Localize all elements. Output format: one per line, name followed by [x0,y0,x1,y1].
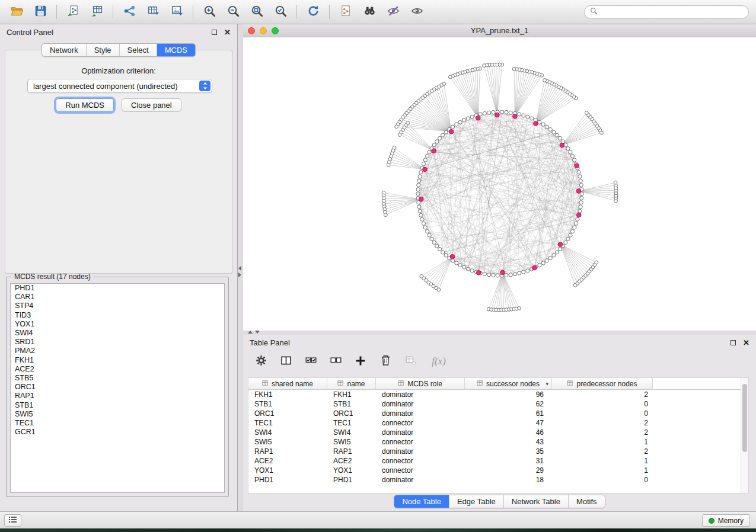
column-header-successor-nodes[interactable]: successor nodes▾ [465,378,552,390]
column-button[interactable] [277,353,294,370]
zoom-selected-button[interactable] [271,3,290,21]
search-box[interactable] [584,5,749,19]
delete-button[interactable] [377,353,394,370]
table-row[interactable]: SWI5SWI5connector431 [248,437,748,447]
table-row[interactable]: ORC1ORC1dominator610 [248,409,748,418]
table-row[interactable]: PHD1PHD1dominator180 [248,475,748,485]
window-minimize-button[interactable] [260,27,267,34]
mcds-result-item[interactable]: STP4 [11,302,224,310]
export-image-button[interactable] [167,3,186,21]
show-all-button[interactable] [407,3,426,21]
folder-open-button[interactable] [7,3,26,21]
zoom-out-button[interactable] [224,3,243,21]
close-panel-button[interactable]: Close panel [122,98,181,112]
network-nodes[interactable] [382,63,618,312]
memory-button[interactable]: Memory [702,514,750,527]
mcds-result-item[interactable]: GCR1 [11,428,224,437]
add-button[interactable] [352,353,369,370]
table-tab-motifs[interactable]: Motifs [568,495,605,508]
fit-content-button[interactable] [247,3,266,21]
run-mcds-button[interactable]: Run MCDS [56,98,114,112]
cell-role: connector [376,457,465,465]
tab-mcds[interactable]: MCDS [157,44,195,56]
table-row[interactable]: ACE2ACE2connector311 [248,456,748,466]
mcds-result-item[interactable]: SWI4 [11,329,224,338]
close-table-panel-icon[interactable]: ✕ [743,339,749,347]
table-tab-node-table[interactable]: Node Table [394,495,449,508]
mcds-result-item[interactable]: TID3 [11,311,224,320]
collapse-down-icon[interactable] [255,331,260,334]
save-button[interactable] [31,3,50,21]
mcds-result-item[interactable]: STB5 [11,374,224,383]
table-tab-edge-table[interactable]: Edge Table [449,495,503,508]
import-table-icon [90,4,104,20]
mcds-result-item[interactable]: SRD1 [11,338,224,347]
import-table-button[interactable] [87,3,106,21]
fit-content-icon [250,4,264,20]
table-tab-network-table[interactable]: Network Table [503,495,568,508]
network-view-canvas[interactable] [243,37,756,331]
mcds-result-item[interactable]: CAR1 [11,293,224,302]
column-label: predecessor nodes [576,380,637,388]
mcds-result-item[interactable]: FKH1 [11,356,224,365]
mcds-result-item[interactable]: PHD1 [11,284,224,293]
window-close-button[interactable] [248,27,255,34]
new-network-button[interactable] [120,3,139,21]
mcds-result-list[interactable]: PHD1CAR1STP4TID3YOX1SWI4SRD1PMA2FKH1ACE2… [10,283,225,493]
hide-selected-button[interactable] [384,3,403,21]
mcds-result-group: MCDS result (17 nodes) PHD1CAR1STP4TID3Y… [6,277,229,497]
mcds-result-item[interactable]: SWI5 [11,410,224,419]
criterion-dropdown[interactable]: largest connected component (undirected) [27,79,212,93]
vertical-splitter[interactable] [238,24,243,511]
table-row[interactable]: RAP1RAP1dominator352 [248,447,748,456]
column-menu-chevron-icon[interactable]: ▾ [546,381,548,387]
float-table-panel-button[interactable] [731,340,736,345]
export-table-icon [146,4,160,20]
table-scrollbar[interactable] [741,378,748,493]
splitter-collapse-arrows[interactable] [238,266,241,277]
zoom-in-button[interactable] [200,3,219,21]
tab-network[interactable]: Network [42,44,86,56]
mcds-result-item[interactable]: ACE2 [11,365,224,374]
table-row[interactable]: TEC1TEC1connector472 [248,418,748,428]
window-zoom-button[interactable] [272,27,279,34]
collapse-up-icon[interactable] [248,331,253,334]
function-button[interactable]: f(x) [427,353,451,370]
table-row[interactable]: STB1STB1dominator620 [248,399,748,409]
select-all-button[interactable] [302,353,319,370]
table-row[interactable]: SWI4SWI4dominator462 [248,428,748,437]
import-disabled-button[interactable] [402,353,419,370]
tab-select[interactable]: Select [119,44,157,56]
search-input[interactable] [601,8,743,16]
collapse-left-icon[interactable] [238,266,241,271]
cell-shared_name: STB1 [248,400,327,408]
mcds-result-item[interactable]: ORC1 [11,383,224,392]
column-header-name[interactable]: name [327,378,376,390]
import-network-button[interactable] [63,3,82,21]
export-table-button[interactable] [143,3,162,21]
mcds-result-item[interactable]: PMA2 [11,347,224,355]
mcds-result-item[interactable]: RAP1 [11,392,224,400]
horizontal-splitter[interactable] [243,331,756,335]
column-header-shared-name[interactable]: shared name [248,378,327,390]
gear-button[interactable] [253,353,269,370]
network-doc-button[interactable] [336,3,355,21]
column-header-MCDS-role[interactable]: MCDS role [376,378,465,390]
hsplitter-collapse-arrows[interactable] [248,331,260,334]
collapse-right-icon[interactable] [238,273,241,277]
table-row[interactable]: FKH1FKH1dominator962 [248,390,748,399]
mcds-result-item[interactable]: STB1 [11,401,224,410]
tab-style[interactable]: Style [86,44,119,56]
mcds-result-item[interactable]: TEC1 [11,419,224,428]
cell-role: connector [376,466,465,475]
column-header-predecessor-nodes[interactable]: predecessor nodes [552,378,653,390]
table-row[interactable]: YOX1YOX1connector291 [248,466,748,475]
status-menu-button[interactable] [4,514,21,527]
scrollbar-thumb[interactable] [742,384,747,452]
mcds-result-item[interactable]: YOX1 [11,320,224,329]
deselect-all-button[interactable] [327,353,344,370]
close-panel-icon[interactable]: ✕ [224,28,231,36]
refresh-button[interactable] [304,3,323,21]
first-neighbors-button[interactable] [360,3,379,21]
float-panel-button[interactable] [212,30,217,35]
